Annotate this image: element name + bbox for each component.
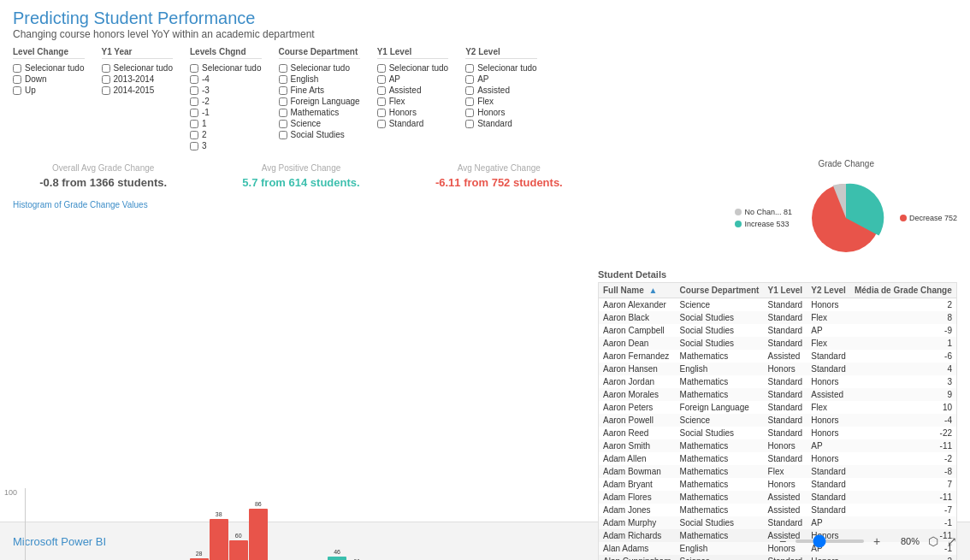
filter-levels-chgnd-cb-1[interactable]: [190, 75, 198, 84]
table-row[interactable]: Aaron HansenEnglishHonorsStandard4: [599, 363, 956, 375]
filter-course-dept-item-5[interactable]: Science: [279, 119, 360, 128]
filter-y2-level-cb-2[interactable]: [465, 86, 474, 95]
filter-course-dept-cb-3[interactable]: [279, 97, 287, 106]
bar[interactable]: [525, 488, 544, 560]
filter-course-dept-item-2[interactable]: Fine Arts: [279, 85, 360, 95]
filter-y1-level-cb-5[interactable]: [377, 120, 386, 128]
bar[interactable]: [506, 488, 524, 560]
filter-y2-level-item-5[interactable]: Standard: [465, 119, 537, 128]
filter-course-dept-cb-1[interactable]: [279, 75, 287, 84]
bar[interactable]: [169, 488, 188, 560]
filter-y1-level-item-5[interactable]: Standard: [377, 119, 449, 128]
zoom-slider[interactable]: [796, 539, 864, 543]
filter-level-change-cb-2[interactable]: [13, 86, 21, 95]
filter-y2-level-cb-3[interactable]: [465, 97, 474, 106]
bar[interactable]: 46: [328, 488, 346, 560]
filter-y2-level-cb-5[interactable]: [465, 120, 474, 128]
filter-level-change-cb-1[interactable]: [13, 75, 21, 84]
filter-course-dept-cb-6[interactable]: [279, 131, 287, 139]
filter-y1-year-item-2[interactable]: 2014-2015: [102, 85, 174, 95]
bar[interactable]: 93: [288, 488, 307, 560]
table-row[interactable]: Aaron PetersForeign LanguageStandardFlex…: [599, 401, 956, 414]
filter-y1-level-item-2[interactable]: Assisted: [377, 85, 449, 95]
bar[interactable]: [387, 488, 405, 560]
col-y2-level[interactable]: Y2 Level: [807, 283, 850, 298]
table-row[interactable]: Aaron JordanMathematicsStandardHonors3: [599, 375, 956, 388]
filter-y2-level-item-2[interactable]: Assisted: [465, 85, 537, 95]
filter-y2-level-cb-4[interactable]: [465, 109, 474, 117]
filter-levels-chgnd-item-2[interactable]: -3: [190, 85, 262, 95]
filter-course-dept-item-6[interactable]: Social Studies: [279, 130, 360, 139]
table-row[interactable]: Alan CunninghamScienceStandardHonors2: [599, 555, 956, 560]
filter-level-change-item-0[interactable]: Selecionar tudo: [13, 63, 85, 73]
filter-course-dept-item-4[interactable]: Mathematics: [279, 108, 360, 117]
table-row[interactable]: Adam FloresMathematicsAssistedStandard-1…: [599, 491, 956, 504]
table-row[interactable]: Aaron PowellScienceStandardHonors-4: [599, 414, 956, 427]
filter-y1-year-item-0[interactable]: Selecionar tudo: [102, 63, 174, 73]
filter-y2-level-item-0[interactable]: Selecionar tudo: [465, 63, 537, 73]
bar[interactable]: 38: [210, 488, 228, 560]
bar[interactable]: [486, 488, 505, 560]
filter-levels-chgnd-item-1[interactable]: -4: [190, 74, 262, 84]
filter-levels-chgnd-item-6[interactable]: 2: [190, 130, 262, 139]
share-button[interactable]: ⬡: [928, 534, 938, 548]
bar[interactable]: 72: [269, 488, 287, 560]
table-row[interactable]: Adam BryantMathematicsHonorsStandard7: [599, 478, 956, 491]
filter-levels-chgnd-cb-3[interactable]: [190, 97, 198, 106]
zoom-out-button[interactable]: −: [774, 533, 791, 550]
filter-level-change-item-2[interactable]: Up: [13, 85, 85, 95]
filter-y2-level-item-3[interactable]: Flex: [465, 97, 537, 106]
filter-levels-chgnd-cb-2[interactable]: [190, 86, 198, 95]
table-row[interactable]: Aaron SmithMathematicsHonorsAP-11: [599, 439, 956, 452]
col-course-dept[interactable]: Course Department: [676, 283, 764, 298]
filter-y1-level-cb-1[interactable]: [377, 75, 386, 84]
filter-y1-year-item-1[interactable]: 2013-2014: [102, 74, 174, 84]
filter-course-dept-cb-0[interactable]: [279, 64, 287, 73]
bar[interactable]: 28: [190, 488, 209, 560]
filter-y1-level-item-0[interactable]: Selecionar tudo: [377, 63, 449, 73]
filter-course-dept-cb-5[interactable]: [279, 120, 287, 128]
bar[interactable]: [466, 488, 485, 560]
col-y1-level[interactable]: Y1 Level: [764, 283, 807, 298]
filter-y1-level-cb-4[interactable]: [377, 109, 386, 117]
bar[interactable]: [545, 488, 564, 560]
bar[interactable]: 60: [229, 488, 248, 560]
filter-course-dept-item-3[interactable]: Foreign Language: [279, 97, 360, 106]
filter-y2-level-item-1[interactable]: AP: [465, 74, 537, 84]
filter-y1-level-cb-2[interactable]: [377, 86, 386, 95]
bar[interactable]: 61: [347, 488, 366, 560]
bar[interactable]: [406, 488, 425, 560]
bar[interactable]: [367, 488, 386, 560]
filter-course-dept-cb-4[interactable]: [279, 109, 287, 117]
bar[interactable]: [51, 488, 70, 560]
filter-levels-chgnd-item-4[interactable]: -1: [190, 108, 262, 117]
filter-levels-chgnd-cb-7[interactable]: [190, 142, 198, 150]
filter-levels-chgnd-cb-4[interactable]: [190, 109, 198, 117]
table-row[interactable]: Aaron FernandezMathematicsAssistedStanda…: [599, 350, 956, 363]
table-row[interactable]: Adam JonesMathematicsAssistedStandard-7: [599, 504, 956, 516]
filter-y1-level-item-4[interactable]: Honors: [377, 108, 449, 117]
filter-y1-level-cb-3[interactable]: [377, 97, 386, 106]
filter-y1-year-cb-0[interactable]: [102, 64, 110, 73]
filter-y2-level-cb-0[interactable]: [465, 64, 474, 73]
filter-y2-level-cb-1[interactable]: [465, 75, 474, 84]
table-row[interactable]: Aaron BlackSocial StudiesStandardFlex8: [599, 311, 956, 324]
table-row[interactable]: Aaron CampbellSocial StudiesStandardAP-9: [599, 324, 956, 337]
col-full-name[interactable]: Full Name ▲: [599, 283, 676, 298]
bar[interactable]: [150, 488, 169, 560]
filter-course-dept-item-1[interactable]: English: [279, 74, 360, 84]
table-row[interactable]: Aaron ReedSocial StudiesStandardHonors-2…: [599, 427, 956, 439]
filter-levels-chgnd-cb-6[interactable]: [190, 131, 198, 139]
filter-levels-chgnd-cb-5[interactable]: [190, 120, 198, 128]
filter-level-change-cb-0[interactable]: [13, 64, 21, 73]
filter-y1-level-item-1[interactable]: AP: [377, 74, 449, 84]
filter-course-dept-item-0[interactable]: Selecionar tudo: [279, 63, 360, 73]
filter-levels-chgnd-item-7[interactable]: 3: [190, 141, 262, 150]
filter-y1-year-cb-1[interactable]: [102, 75, 110, 84]
bar[interactable]: [426, 488, 445, 560]
bar[interactable]: 86: [249, 488, 268, 560]
filter-y1-year-cb-2[interactable]: [102, 86, 110, 95]
table-row[interactable]: Adam MurphySocial StudiesStandardAP-1: [599, 516, 956, 529]
filter-y1-level-cb-0[interactable]: [377, 64, 386, 73]
filter-course-dept-cb-2[interactable]: [279, 86, 287, 95]
